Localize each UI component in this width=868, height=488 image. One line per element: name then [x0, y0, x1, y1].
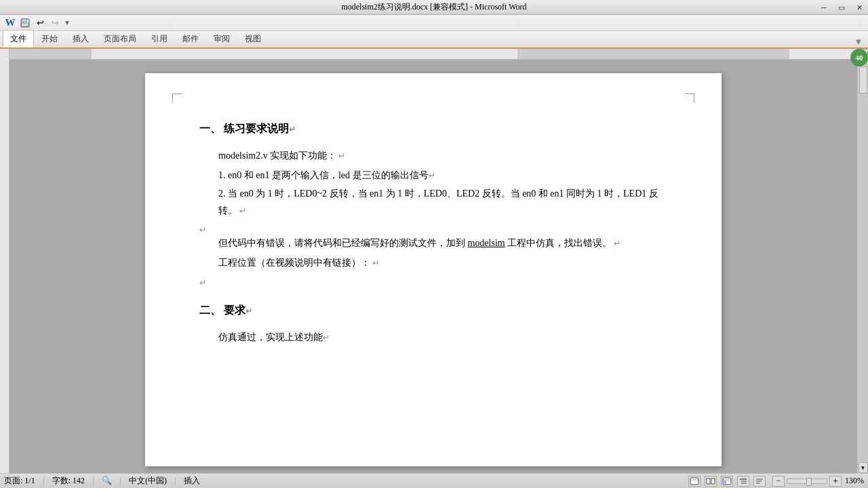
document-scroll-area[interactable]: 一、 练习要求说明↵ modelsim2.v 实现如下功能： ↵ 1. en0 …: [9, 49, 857, 473]
scroll-track[interactable]: [859, 60, 868, 462]
vertical-ruler: [0, 49, 9, 473]
corner-mark-tr: [685, 94, 694, 103]
tab-insert[interactable]: 插入: [65, 30, 96, 47]
spell-check-icon[interactable]: 🔍: [102, 476, 112, 486]
document-page[interactable]: 一、 练习要求说明↵ modelsim2.v 实现如下功能： ↵ 1. en0 …: [145, 73, 722, 466]
svg-rect-14: [724, 481, 726, 484]
minimize-button[interactable]: ─: [815, 0, 833, 15]
view-draft-button[interactable]: [753, 476, 766, 487]
tab-review[interactable]: 审阅: [206, 30, 237, 47]
empty-para-2: ↵: [199, 274, 667, 287]
view-reading-button[interactable]: [705, 476, 717, 487]
status-sep-3: [120, 476, 121, 486]
scroll-thumb[interactable]: [859, 66, 867, 94]
maximize-button[interactable]: ▭: [833, 0, 850, 15]
tab-page-layout[interactable]: 页面布局: [96, 30, 144, 47]
list-item-2: 2. 当 en0 为 1 时，LED0~2 反转，当 en1 为 1 时，LED…: [218, 185, 667, 219]
svg-rect-4: [9, 49, 91, 59]
zoom-slider[interactable]: [787, 479, 827, 484]
status-sep-2: [93, 476, 94, 486]
zoom-in-button[interactable]: ＋: [829, 476, 842, 487]
title-bar: modelsim2练习说明.docx [兼容模式] - Microsoft Wo…: [0, 0, 868, 15]
vertical-scrollbar[interactable]: ▲ ▼ 40: [857, 49, 868, 473]
zoom-control: − ＋ 130%: [772, 476, 864, 487]
status-bar: 页面: 1/1 字数: 142 🔍 中文(中国) 插入: [0, 473, 868, 488]
word-icon: W: [3, 17, 18, 29]
zoom-level[interactable]: 130%: [845, 476, 864, 486]
title-text: modelsim2练习说明.docx [兼容模式] - Microsoft Wo…: [341, 1, 526, 13]
heading-2: 二、 要求↵: [199, 301, 667, 321]
tab-file[interactable]: 文件: [3, 30, 34, 47]
tab-references[interactable]: 引用: [144, 30, 175, 47]
para-4: 仿真通过，实现上述功能↵: [199, 329, 667, 346]
word-count: 字数: 142: [52, 475, 85, 487]
svg-rect-11: [711, 479, 715, 484]
document-area[interactable]: 一、 练习要求说明↵ modelsim2.v 实现如下功能： ↵ 1. en0 …: [9, 60, 857, 473]
empty-para-1: ↵: [199, 221, 667, 235]
quick-toolbar-dropdown[interactable]: ▼: [62, 19, 72, 26]
modelsim-link: modelsim: [468, 238, 505, 248]
ribbon-collapse-button[interactable]: ▼: [852, 37, 865, 47]
horizontal-ruler: [9, 49, 857, 60]
save-button[interactable]: [18, 17, 33, 29]
para-1: modelsim2.v 实现如下功能： ↵: [199, 147, 667, 164]
corner-mark-tl: [172, 94, 182, 103]
para-3: 工程位置（在视频说明中有链接）： ↵: [199, 254, 667, 271]
zoom-out-button[interactable]: −: [772, 476, 785, 487]
status-sep-4: [175, 476, 176, 486]
ribbon-tabs: 文件 开始 插入 页面布局 引用 邮件 审阅 视图 ▼: [0, 31, 868, 49]
status-right: − ＋ 130%: [688, 476, 864, 487]
svg-rect-1: [22, 19, 26, 22]
svg-rect-10: [707, 479, 710, 484]
tab-view[interactable]: 视图: [237, 30, 269, 47]
scroll-down-button[interactable]: ▼: [859, 462, 868, 473]
view-web-button[interactable]: [721, 476, 733, 487]
undo-button[interactable]: ↩: [33, 17, 47, 29]
zoom-badge: 40: [850, 49, 868, 66]
list-item-1: 1. en0 和 en1 是两个输入信，led 是三位的输出信号↵: [218, 167, 667, 184]
window-controls: ─ ▭ ✕: [815, 0, 868, 15]
view-print-button[interactable]: [688, 476, 701, 487]
zoom-thumb[interactable]: [806, 478, 812, 486]
svg-rect-5: [518, 49, 789, 59]
tab-home[interactable]: 开始: [34, 30, 65, 47]
quick-toolbar: W ↩ ↪ ▼: [0, 15, 868, 31]
para-2: 但代码中有错误，请将代码和已经编写好的测试文件，加到 modelsim 工程中仿…: [199, 235, 667, 251]
language: 中文(中国): [129, 475, 167, 487]
page-info: 页面: 1/1: [4, 475, 35, 487]
tab-mailings[interactable]: 邮件: [175, 30, 206, 47]
status-sep-1: [43, 476, 44, 486]
svg-rect-2: [22, 23, 28, 26]
heading-1: 一、 练习要求说明↵: [199, 119, 667, 139]
svg-rect-8: [690, 478, 698, 485]
redo-button[interactable]: ↪: [47, 17, 62, 29]
main-area: 一、 练习要求说明↵ modelsim2.v 实现如下功能： ↵ 1. en0 …: [0, 49, 868, 473]
input-mode: 插入: [184, 475, 200, 487]
view-outline-button[interactable]: [737, 476, 749, 487]
close-button[interactable]: ✕: [850, 0, 868, 15]
